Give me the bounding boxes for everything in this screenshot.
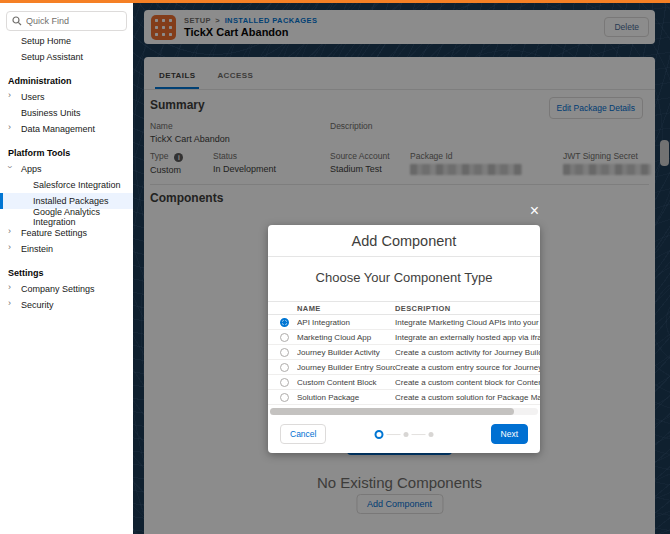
component-description: Integrate Marketing Cloud APIs into your… [395, 318, 540, 327]
component-name: Marketing Cloud App [297, 333, 395, 342]
sidebar-item[interactable]: Company Settings [0, 281, 133, 297]
component-type-row[interactable]: Journey Builder Activity Create a custom… [268, 345, 540, 360]
component-description-text: Create a custom content block for Conten… [395, 378, 540, 387]
table-header-row: NAME DESCRIPTION [268, 301, 540, 315]
sidebar-item-label: Apps [21, 164, 42, 174]
sidebar-item[interactable]: Google Analytics Integration [0, 209, 133, 225]
step-connector [387, 434, 401, 436]
component-description-text: Create a custom entry source for Journey… [395, 363, 540, 372]
sidebar-item[interactable]: Setup Home [0, 33, 133, 49]
sidebar-item[interactable]: Platform Tools [0, 145, 133, 161]
radio-button[interactable] [280, 393, 289, 402]
sidebar-item-label: Platform Tools [8, 148, 70, 158]
sidebar-item-label: Administration [8, 76, 72, 86]
sidebar-item-label: Data Management [21, 124, 95, 134]
radio-button[interactable] [280, 333, 289, 342]
sidebar-item[interactable]: Apps [0, 161, 133, 177]
chevron-icon [8, 90, 18, 100]
step-dot-1 [375, 430, 384, 439]
radio-button[interactable] [280, 348, 289, 357]
component-description: Create a custom entry source for Journey… [395, 363, 540, 372]
sidebar-item-label: Setup Home [21, 36, 71, 46]
sidebar-item-label: Setup Assistant [21, 52, 83, 62]
sidebar-nav: Setup Home Setup Assistant Administratio… [0, 33, 133, 313]
modal-title: Add Component [278, 233, 530, 249]
component-description-text: Create a custom activity for Journey Bui… [395, 348, 540, 357]
sidebar-item[interactable]: Salesforce Integration [0, 177, 133, 193]
cancel-button[interactable]: Cancel [280, 424, 326, 444]
sidebar-item-label: Users [21, 92, 45, 102]
component-description: Create a custom solution for Package Man… [395, 393, 540, 402]
table-scrollbar-thumb[interactable] [270, 408, 514, 415]
sidebar-item-label: Einstein [21, 244, 53, 254]
chevron-icon [8, 282, 18, 292]
sidebar-item[interactable]: Einstein [0, 241, 133, 257]
component-name: Solution Package [297, 393, 395, 402]
brand-top-bar [0, 0, 670, 3]
radio-button[interactable] [280, 318, 289, 327]
component-description: Create a custom activity for Journey Bui… [395, 348, 540, 357]
sidebar-item-label: Feature Settings [21, 228, 87, 238]
component-type-table: NAME DESCRIPTION API Integration Integra… [268, 301, 540, 415]
component-name: Custom Content Block [297, 378, 395, 387]
modal-footer: Cancel Next [268, 417, 540, 453]
column-header-description: DESCRIPTION [395, 304, 540, 313]
component-description: Integrate an externally hosted app via i… [395, 333, 540, 342]
sidebar-item-label: Salesforce Integration [33, 180, 121, 190]
chevron-icon [8, 162, 18, 172]
add-component-modal: × Add Component Choose Your Component Ty… [268, 203, 540, 453]
step-dot-2 [404, 432, 409, 437]
column-header-name: NAME [297, 304, 395, 313]
component-description-text: Integrate Marketing Cloud APIs into your… [395, 318, 540, 327]
sidebar-item[interactable]: Data Management [0, 121, 133, 137]
setup-sidebar: Setup Home Setup Assistant Administratio… [0, 3, 133, 534]
sidebar-item-label: Company Settings [21, 284, 95, 294]
radio-button[interactable] [280, 378, 289, 387]
table-horizontal-scrollbar [270, 408, 538, 415]
sidebar-item[interactable]: Users [0, 89, 133, 105]
component-type-row[interactable]: Journey Builder Entry Source Create a cu… [268, 360, 540, 375]
sidebar-item-label: Security [21, 300, 54, 310]
component-description: Create a custom content block for Conten… [395, 378, 540, 387]
component-type-row[interactable]: Custom Content Block Create a custom con… [268, 375, 540, 390]
chevron-icon [8, 298, 18, 308]
close-icon[interactable]: × [530, 203, 539, 219]
component-name: Journey Builder Entry Source [297, 363, 395, 372]
quick-find-input[interactable] [26, 16, 116, 26]
component-name: API Integration [297, 318, 395, 327]
chevron-icon [8, 122, 18, 132]
component-name: Journey Builder Activity [297, 348, 395, 357]
sidebar-item-label: Settings [8, 268, 44, 278]
sidebar-item-label: Installed Packages [33, 196, 109, 206]
chevron-icon [8, 242, 18, 252]
component-description-text: Integrate an externally hosted app via i… [395, 333, 540, 342]
sidebar-item[interactable]: Security [0, 297, 133, 313]
sidebar-item[interactable]: Settings [0, 265, 133, 281]
sidebar-item[interactable]: Administration [0, 73, 133, 89]
step-dot-3 [429, 432, 434, 437]
sidebar-item-label: Business Units [21, 108, 81, 118]
component-type-row[interactable]: Marketing Cloud App Integrate an externa… [268, 330, 540, 345]
component-description-text: Create a custom solution for Package Man… [395, 393, 540, 402]
radio-button[interactable] [280, 363, 289, 372]
component-type-row[interactable]: Solution Package Create a custom solutio… [268, 390, 540, 405]
sidebar-item[interactable]: Feature Settings [0, 225, 133, 241]
step-connector [412, 434, 426, 436]
modal-header: Add Component [268, 225, 540, 257]
search-icon [12, 16, 22, 26]
quick-find-box[interactable] [6, 11, 127, 31]
component-type-row[interactable]: API Integration Integrate Marketing Clou… [268, 315, 540, 330]
sidebar-item[interactable]: Setup Assistant [0, 49, 133, 65]
sidebar-item-label: Google Analytics Integration [33, 207, 133, 227]
modal-panel: Add Component Choose Your Component Type… [268, 225, 540, 453]
progress-indicator [375, 430, 434, 439]
app-window: Setup Home Setup Assistant Administratio… [0, 0, 670, 534]
chevron-icon [8, 226, 18, 236]
sidebar-item[interactable]: Business Units [0, 105, 133, 121]
next-button[interactable]: Next [491, 424, 528, 444]
modal-subtitle: Choose Your Component Type [268, 270, 540, 285]
